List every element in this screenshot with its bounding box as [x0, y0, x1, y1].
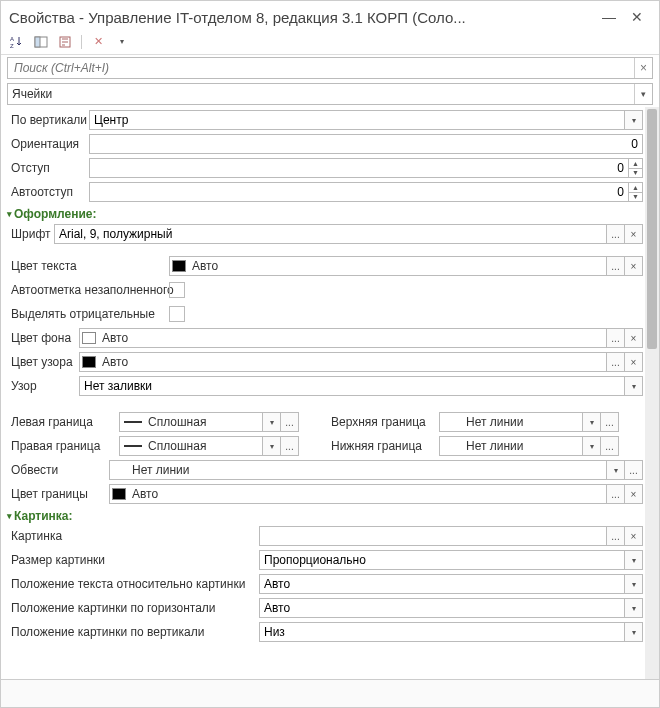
- left-border-field[interactable]: Сплошная: [119, 412, 263, 432]
- color-swatch-icon: [82, 332, 96, 344]
- auto-mark-label: Автоотметка незаполненного: [7, 283, 167, 297]
- border-color-clear-button[interactable]: ×: [625, 484, 643, 504]
- toolbar-separator: [81, 35, 82, 49]
- bg-color-clear-button[interactable]: ×: [625, 328, 643, 348]
- text-color-dialog-button[interactable]: ...: [607, 256, 625, 276]
- pattern-label: Узор: [7, 379, 77, 393]
- filter-button[interactable]: [55, 33, 75, 51]
- outline-field[interactable]: Нет линии: [109, 460, 607, 480]
- auto-indent-label: Автоотступ: [7, 185, 87, 199]
- pattern-color-field[interactable]: Авто: [79, 352, 607, 372]
- picture-size-label: Размер картинки: [7, 553, 257, 567]
- vpos-dropdown[interactable]: ▾: [625, 622, 643, 642]
- left-border-dropdown[interactable]: ▾: [263, 412, 281, 432]
- sort-az-button[interactable]: AZ: [7, 33, 27, 51]
- text-pos-label: Положение текста относительно картинки: [7, 577, 257, 591]
- text-color-field[interactable]: Авто: [169, 256, 607, 276]
- picture-label: Картинка: [7, 529, 257, 543]
- color-swatch-icon: [112, 488, 126, 500]
- clear-dropdown-button[interactable]: ▾: [112, 33, 132, 51]
- auto-indent-spinner[interactable]: ▲▼: [629, 182, 643, 202]
- bg-color-dialog-button[interactable]: ...: [607, 328, 625, 348]
- top-border-label: Верхняя граница: [327, 415, 437, 429]
- left-border-label: Левая граница: [7, 415, 117, 429]
- outline-dropdown[interactable]: ▾: [607, 460, 625, 480]
- search-input[interactable]: [8, 59, 634, 77]
- line-sample-icon: [124, 445, 142, 447]
- toolbar: AZ ✕ ▾: [1, 31, 659, 55]
- font-clear-button[interactable]: ×: [625, 224, 643, 244]
- vpos-label: Положение картинки по вертикали: [7, 625, 257, 639]
- category-name: Ячейки: [8, 85, 634, 103]
- indent-field[interactable]: [89, 158, 629, 178]
- picture-size-dropdown[interactable]: ▾: [625, 550, 643, 570]
- bottom-border-field[interactable]: Нет линии: [439, 436, 583, 456]
- pattern-field[interactable]: [79, 376, 625, 396]
- top-border-dialog-button[interactable]: ...: [601, 412, 619, 432]
- auto-mark-checkbox[interactable]: [169, 282, 185, 298]
- hpos-label: Положение картинки по горизонтали: [7, 601, 257, 615]
- svg-text:A: A: [10, 36, 14, 42]
- top-border-dropdown[interactable]: ▾: [583, 412, 601, 432]
- hpos-field[interactable]: [259, 598, 625, 618]
- pattern-color-clear-button[interactable]: ×: [625, 352, 643, 372]
- chevron-down-icon[interactable]: ▼: [629, 169, 642, 178]
- svg-text:Z: Z: [10, 43, 14, 49]
- right-border-dialog-button[interactable]: ...: [281, 436, 299, 456]
- scrollbar-thumb[interactable]: [647, 109, 657, 349]
- minimize-button[interactable]: —: [595, 7, 623, 27]
- categorize-button[interactable]: [31, 33, 51, 51]
- text-pos-field[interactable]: [259, 574, 625, 594]
- highlight-neg-checkbox[interactable]: [169, 306, 185, 322]
- chevron-down-icon[interactable]: ▼: [629, 193, 642, 202]
- bottom-border-dropdown[interactable]: ▾: [583, 436, 601, 456]
- category-dropdown-button[interactable]: ▾: [634, 84, 652, 104]
- bottom-border-label: Нижняя граница: [327, 439, 437, 453]
- outline-dialog-button[interactable]: ...: [625, 460, 643, 480]
- bg-color-field[interactable]: Авто: [79, 328, 607, 348]
- auto-indent-field[interactable]: [89, 182, 629, 202]
- highlight-neg-label: Выделять отрицательные: [7, 307, 167, 321]
- font-label: Шрифт: [7, 227, 52, 241]
- clear-button[interactable]: ✕: [88, 33, 108, 51]
- vpos-field[interactable]: [259, 622, 625, 642]
- scrollbar[interactable]: [645, 107, 659, 679]
- left-border-dialog-button[interactable]: ...: [281, 412, 299, 432]
- chevron-up-icon[interactable]: ▲: [629, 159, 642, 169]
- text-color-clear-button[interactable]: ×: [625, 256, 643, 276]
- indent-spinner[interactable]: ▲▼: [629, 158, 643, 178]
- bg-color-label: Цвет фона: [7, 331, 77, 345]
- hpos-dropdown[interactable]: ▾: [625, 598, 643, 618]
- picture-group-header[interactable]: ▾Картинка:: [7, 509, 643, 523]
- pattern-dropdown[interactable]: ▾: [625, 376, 643, 396]
- right-border-field[interactable]: Сплошная: [119, 436, 263, 456]
- pattern-color-dialog-button[interactable]: ...: [607, 352, 625, 372]
- font-field[interactable]: [54, 224, 607, 244]
- color-swatch-icon: [82, 356, 96, 368]
- close-button[interactable]: ✕: [623, 7, 651, 27]
- text-pos-dropdown[interactable]: ▾: [625, 574, 643, 594]
- vert-align-dropdown[interactable]: ▾: [625, 110, 643, 130]
- indent-label: Отступ: [7, 161, 87, 175]
- chevron-up-icon[interactable]: ▲: [629, 183, 642, 193]
- search-clear-button[interactable]: ×: [634, 58, 652, 78]
- bottom-border-dialog-button[interactable]: ...: [601, 436, 619, 456]
- picture-size-field[interactable]: [259, 550, 625, 570]
- border-color-dialog-button[interactable]: ...: [607, 484, 625, 504]
- border-color-field[interactable]: Авто: [109, 484, 607, 504]
- orientation-field[interactable]: [89, 134, 643, 154]
- top-border-field[interactable]: Нет линии: [439, 412, 583, 432]
- decoration-group-header[interactable]: ▾Оформление:: [7, 207, 643, 221]
- search-bar: ×: [7, 57, 653, 79]
- picture-field[interactable]: [259, 526, 607, 546]
- right-border-dropdown[interactable]: ▾: [263, 436, 281, 456]
- color-swatch-icon: [172, 260, 186, 272]
- svg-rect-3: [35, 37, 40, 47]
- font-dialog-button[interactable]: ...: [607, 224, 625, 244]
- picture-clear-button[interactable]: ×: [625, 526, 643, 546]
- picture-dialog-button[interactable]: ...: [607, 526, 625, 546]
- vert-align-label: По вертикали: [7, 113, 87, 127]
- vert-align-field[interactable]: [89, 110, 625, 130]
- footer-panel: [1, 679, 659, 707]
- window-title: Свойства - Управление IT-отделом 8, реда…: [9, 9, 595, 26]
